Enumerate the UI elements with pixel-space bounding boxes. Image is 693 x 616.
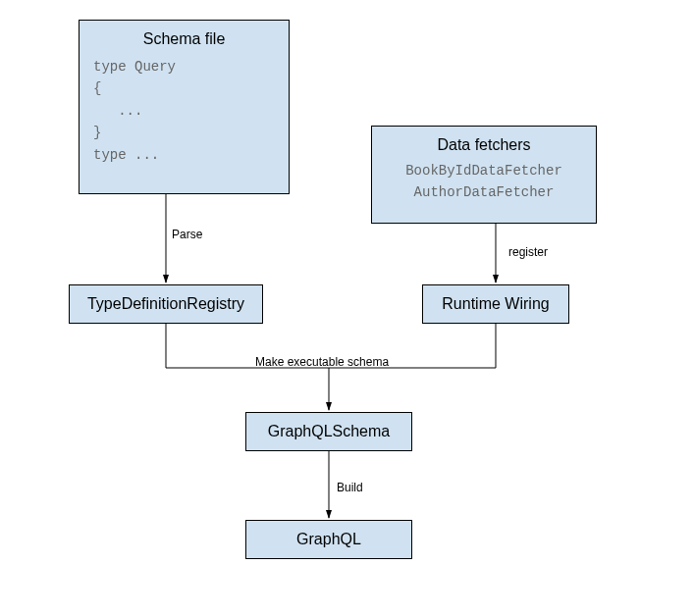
node-title: Schema file: [80, 21, 289, 48]
node-label: GraphQL: [296, 532, 361, 547]
node-label: TypeDefinitionRegistry: [87, 296, 244, 312]
node-label: Runtime Wiring: [442, 296, 549, 312]
node-graphql: GraphQL: [245, 520, 412, 559]
node-code: type Query { ... } type ...: [80, 48, 289, 176]
node-data-fetchers: Data fetchers BookByIdDataFetcher Author…: [371, 126, 597, 224]
edge-label-build: Build: [337, 481, 363, 494]
node-code: BookByIdDataFetcher AuthorDataFetcher: [372, 154, 596, 214]
node-runtime-wiring: Runtime Wiring: [422, 284, 569, 324]
node-graphql-schema: GraphQLSchema: [245, 412, 412, 451]
node-title: Data fetchers: [372, 127, 596, 154]
node-schema-file: Schema file type Query { ... } type ...: [79, 20, 290, 194]
edge-label-parse: Parse: [172, 228, 202, 241]
node-label: GraphQLSchema: [268, 424, 391, 439]
edge-label-register: register: [508, 245, 548, 259]
edge-label-make-executable: Make executable schema: [255, 355, 389, 369]
node-type-definition-registry: TypeDefinitionRegistry: [69, 284, 263, 324]
